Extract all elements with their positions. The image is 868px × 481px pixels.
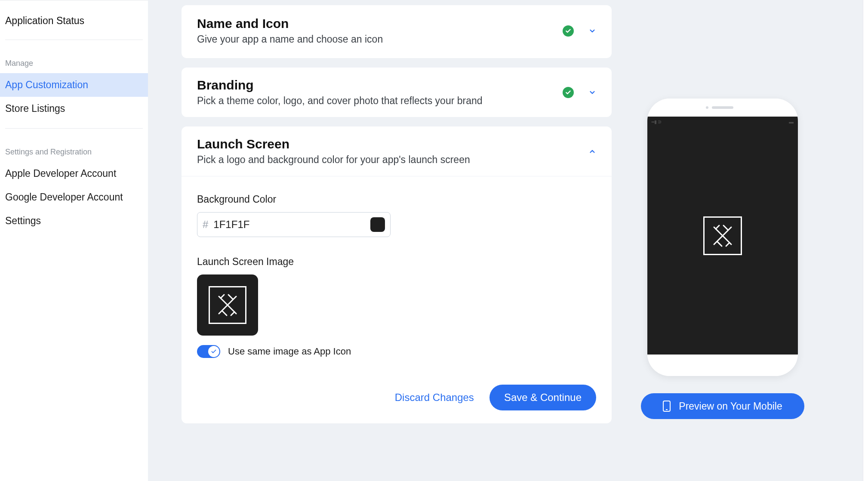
card-subtitle: Give your app a name and choose an icon xyxy=(197,34,563,45)
sidebar-item-google-dev[interactable]: Google Developer Account xyxy=(0,185,148,209)
card-branding: Branding Pick a theme color, logo, and c… xyxy=(182,68,612,117)
svg-line-9 xyxy=(723,225,728,230)
app-logo-icon xyxy=(703,216,742,255)
sidebar-item-settings[interactable]: Settings xyxy=(0,209,148,233)
sidebar-item-apple-dev[interactable]: Apple Developer Account xyxy=(0,162,148,185)
card-title: Branding xyxy=(197,78,563,92)
app-logo-icon xyxy=(209,286,246,324)
card-body-launch: Background Color # Launch Screen Image xyxy=(182,176,612,385)
card-subtitle: Pick a theme color, logo, and cover phot… xyxy=(197,95,563,107)
preview-column: ▪▪▮ ⋑ ▬ xyxy=(629,5,816,419)
phone-screen: ▪▪▮ ⋑ ▬ xyxy=(647,117,798,355)
phone-bezel-bottom xyxy=(647,355,798,376)
toggle-row-same-image: Use same image as App Icon xyxy=(197,345,596,358)
cards-column: Name and Icon Give your app a name and c… xyxy=(182,5,612,433)
card-header-launch[interactable]: Launch Screen Pick a logo and background… xyxy=(182,126,612,176)
preview-on-mobile-button[interactable]: Preview on Your Mobile xyxy=(641,393,804,419)
sidebar-item-application-status[interactable]: Application Status xyxy=(0,0,148,40)
sidebar-heading-settings: Settings and Registration xyxy=(0,129,148,162)
card-header-branding[interactable]: Branding Pick a theme color, logo, and c… xyxy=(182,68,612,117)
sidebar-heading-manage: Manage xyxy=(0,40,148,73)
card-launch-screen: Launch Screen Pick a logo and background… xyxy=(182,126,612,423)
phone-speaker-icon xyxy=(712,106,733,109)
chevron-down-icon[interactable] xyxy=(588,27,596,35)
card-name-icon: Name and Icon Give your app a name and c… xyxy=(182,5,612,58)
sidebar: Application Status Manage App Customizat… xyxy=(0,0,148,481)
svg-line-2 xyxy=(222,311,227,315)
background-color-input[interactable]: # xyxy=(197,212,391,237)
launch-image-preview[interactable] xyxy=(197,274,258,336)
hash-prefix: # xyxy=(203,219,208,231)
svg-line-4 xyxy=(221,295,224,298)
check-icon xyxy=(563,87,574,98)
chevron-up-icon[interactable] xyxy=(588,148,596,155)
svg-line-8 xyxy=(717,242,722,246)
card-subtitle: Pick a logo and background color for you… xyxy=(197,154,588,166)
preview-button-label: Preview on Your Mobile xyxy=(679,401,782,412)
background-color-field[interactable] xyxy=(213,219,370,231)
phone-status-bar: ▪▪▮ ⋑ ▬ xyxy=(652,119,794,125)
sidebar-item-app-customization[interactable]: App Customization xyxy=(0,73,148,97)
use-app-icon-toggle[interactable] xyxy=(197,345,220,358)
main-content: Name and Icon Give your app a name and c… xyxy=(148,0,868,481)
battery-icon: ▬ xyxy=(789,119,794,125)
svg-line-5 xyxy=(231,312,234,315)
sidebar-item-store-listings[interactable]: Store Listings xyxy=(0,97,148,120)
mobile-icon xyxy=(662,400,671,412)
save-continue-button[interactable]: Save & Continue xyxy=(489,385,596,410)
background-color-label: Background Color xyxy=(197,194,596,205)
color-swatch[interactable] xyxy=(370,217,385,232)
card-title: Name and Icon xyxy=(197,16,563,31)
card-header-name-icon[interactable]: Name and Icon Give your app a name and c… xyxy=(182,5,612,58)
phone-bezel-top xyxy=(647,99,798,117)
chevron-down-icon[interactable] xyxy=(588,89,596,96)
svg-line-3 xyxy=(228,295,233,299)
scrollbar[interactable] xyxy=(863,0,868,481)
discard-button[interactable]: Discard Changes xyxy=(395,392,474,404)
svg-line-11 xyxy=(726,243,729,246)
launch-image-label: Launch Screen Image xyxy=(197,256,596,268)
toggle-label: Use same image as App Icon xyxy=(228,346,351,357)
phone-preview: ▪▪▮ ⋑ ▬ xyxy=(647,99,798,376)
signal-icon: ▪▪▮ ⋑ xyxy=(652,119,662,125)
card-title: Launch Screen xyxy=(197,137,588,151)
check-icon xyxy=(563,25,574,37)
svg-line-10 xyxy=(716,225,719,229)
card-footer: Discard Changes Save & Continue xyxy=(182,385,612,423)
